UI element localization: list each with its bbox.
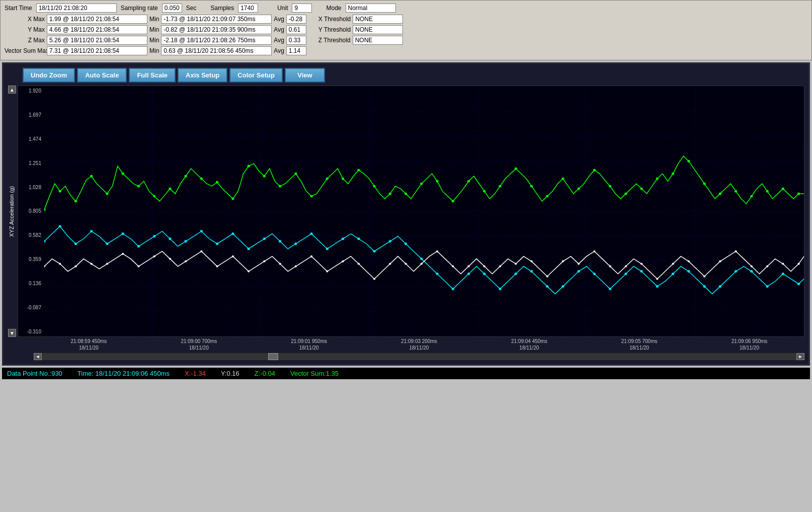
x-threshold-value: NONE <box>353 15 403 24</box>
svg-point-140 <box>421 263 423 265</box>
svg-point-50 <box>546 195 548 198</box>
x-tick-2: 21:09:01 950ms 18/11/20 <box>291 338 327 351</box>
svg-point-54 <box>609 185 611 188</box>
svg-point-117 <box>59 263 61 265</box>
unit-value: 9 <box>292 4 312 13</box>
start-time-label: Start Time <box>5 5 32 12</box>
svg-point-66 <box>797 193 800 195</box>
x-tick-6: 21:09:06 950ms 18/11/20 <box>732 338 768 351</box>
z-avg-value: 0.33 <box>286 36 306 45</box>
svg-point-28 <box>200 178 203 180</box>
x-tick-4: 21:09:04 450ms 18/11/20 <box>511 338 547 351</box>
svg-point-58 <box>672 173 674 175</box>
svg-point-99 <box>546 285 548 288</box>
y-label: Y: <box>221 370 227 377</box>
svg-point-49 <box>530 185 533 188</box>
svg-point-83 <box>294 242 297 245</box>
vector-min-label: Min <box>149 47 159 54</box>
z-stats-row: Z Max 5.26 @ 18/11/20 21:08:54 Min -2.18… <box>5 36 807 45</box>
z-min-label: Min <box>149 37 159 44</box>
y-tick-4: 1.028 <box>19 185 43 190</box>
svg-point-94 <box>467 273 470 275</box>
z-avg-label: Avg <box>274 37 284 44</box>
x-value: -1.34 <box>191 370 206 377</box>
view-button[interactable]: View <box>285 68 325 82</box>
y-tick-3: 1.251 <box>19 160 43 166</box>
svg-point-23 <box>122 173 124 175</box>
svg-point-56 <box>640 188 643 190</box>
svg-point-121 <box>122 253 124 255</box>
x-tick-5: 21:09:05 700ms 18/11/20 <box>621 338 658 351</box>
undo-zoom-button[interactable]: Undo Zoom <box>23 68 75 82</box>
svg-point-130 <box>263 261 265 263</box>
y-scroll-down[interactable]: ▼ <box>8 329 16 337</box>
x-axis-label: X Max <box>5 16 45 23</box>
svg-point-74 <box>153 235 155 237</box>
svg-point-145 <box>499 266 501 268</box>
svg-point-123 <box>153 255 155 258</box>
h-scroll-track[interactable] <box>42 353 796 360</box>
y-tick-6: 0.582 <box>19 232 43 238</box>
svg-point-68 <box>59 225 61 227</box>
svg-point-159 <box>719 261 721 263</box>
samples-value: 1740 <box>238 4 258 13</box>
z-max-value: 5.26 @ 18/11/20 21:08:54 <box>47 36 147 45</box>
vector-max-value: 7.31 @ 18/11/20 21:08:54 <box>47 46 147 55</box>
svg-point-95 <box>483 273 485 275</box>
unit-label: Unit <box>277 5 288 12</box>
svg-point-93 <box>452 288 454 290</box>
svg-point-20 <box>74 200 77 203</box>
svg-point-46 <box>483 190 485 193</box>
h-scrollbar: ◄ ► <box>8 353 804 360</box>
axis-setup-button[interactable]: Axis Setup <box>178 68 227 82</box>
vector-stats-row: Vector Sum Max 7.31 @ 18/11/20 21:08:54 … <box>5 46 807 55</box>
y-tick-8: 0.136 <box>19 281 43 286</box>
svg-point-41 <box>404 193 407 195</box>
svg-point-104 <box>624 273 627 275</box>
svg-point-38 <box>357 169 360 172</box>
status-time: Time: 18/11/20 21:09:06 450ms <box>77 370 170 377</box>
svg-point-125 <box>185 261 187 263</box>
status-z: Z:-0.04 <box>255 370 275 377</box>
svg-point-85 <box>326 247 329 250</box>
svg-point-25 <box>153 195 155 198</box>
h-scroll-thumb[interactable] <box>268 353 278 360</box>
h-scroll-left[interactable]: ◄ <box>34 353 42 360</box>
mode-value: Normal <box>346 4 396 13</box>
y-scroll-up[interactable]: ▲ <box>8 86 16 94</box>
svg-point-33 <box>279 185 281 188</box>
auto-scale-button[interactable]: Auto Scale <box>77 68 127 82</box>
svg-point-154 <box>640 263 642 265</box>
svg-point-162 <box>766 266 768 268</box>
svg-point-64 <box>766 190 769 193</box>
chart-inner: 1.920 1.697 1.474 1.251 1.028 0.805 0.58… <box>18 86 804 337</box>
full-scale-button[interactable]: Full Scale <box>129 68 176 82</box>
svg-point-88 <box>373 250 375 252</box>
status-y: Y:0.16 <box>221 370 239 377</box>
svg-point-153 <box>625 266 627 268</box>
color-setup-button[interactable]: Color Setup <box>229 68 283 82</box>
status-vector: Vector Sum:1.35 <box>290 370 339 377</box>
svg-point-60 <box>703 183 706 185</box>
chart-svg <box>44 86 804 336</box>
y-tick-7: 0.359 <box>19 257 43 262</box>
top-panel: Start Time 18/11/20 21:08:20 Sampling ra… <box>0 0 812 60</box>
svg-point-43 <box>436 180 438 183</box>
svg-point-152 <box>609 266 611 268</box>
vector-label: Vector Sum: <box>290 370 326 377</box>
header-row: Start Time 18/11/20 21:08:20 Sampling ra… <box>5 4 807 13</box>
svg-point-84 <box>310 232 313 235</box>
y-tick-0: 1.920 <box>19 88 43 94</box>
z-label: Z: <box>255 370 261 377</box>
x-tick-3: 21:09:03 200ms 18/11/20 <box>401 338 437 351</box>
svg-point-146 <box>515 263 517 265</box>
h-scroll-right[interactable]: ► <box>796 353 804 360</box>
data-point: Data Point No.:930 <box>7 370 62 377</box>
svg-point-114 <box>782 273 784 275</box>
svg-point-29 <box>216 181 218 184</box>
start-time-value: 18/11/20 21:08:20 <box>36 4 117 13</box>
svg-point-161 <box>751 266 753 268</box>
svg-point-137 <box>373 278 375 280</box>
status-x: X:-1.34 <box>185 370 206 377</box>
svg-point-143 <box>467 266 469 268</box>
